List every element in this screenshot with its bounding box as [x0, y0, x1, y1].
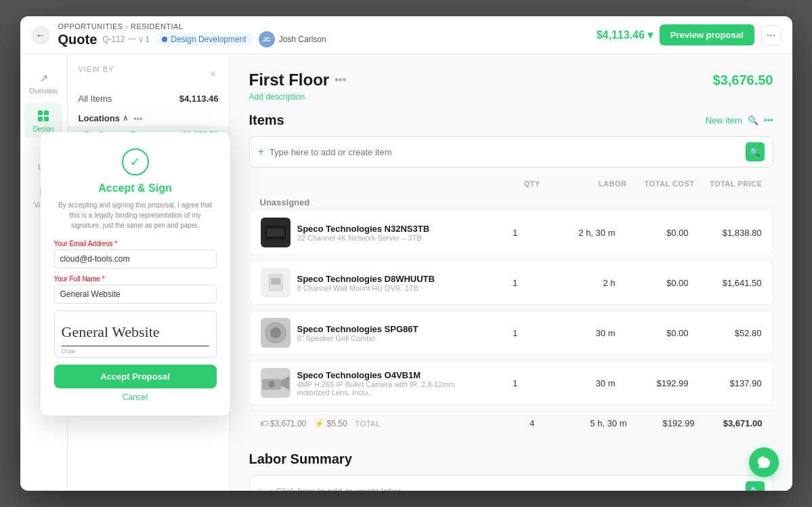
collapse-button[interactable]: « — [211, 68, 216, 79]
email-field-group: Your Email Address * — [54, 240, 217, 268]
more-options-button[interactable]: ··· — [761, 25, 782, 45]
breadcrumb: OPPORTUNITIES › RESIDENTIAL — [58, 22, 326, 31]
add-item-icon: + — [258, 146, 264, 158]
table-header: QTY LABOR TOTAL COST TOTAL PRICE — [249, 176, 773, 192]
svg-rect-7 — [271, 278, 280, 285]
locations-chevron: ∧ — [123, 114, 128, 123]
check-icon: ✓ — [122, 148, 149, 176]
table-row[interactable]: Speco Technologies D8WHUUTB 8 Channel Wa… — [249, 260, 773, 305]
sidebar-item-overview[interactable]: ↗ Overview — [24, 65, 62, 100]
table-row[interactable]: Speco Technologies O4VB1M 4MP H.265 IP B… — [249, 361, 773, 405]
item-price: $52.80 — [694, 328, 762, 338]
item-cost: $0.00 — [621, 278, 689, 288]
item-cost: $0.00 — [621, 328, 689, 338]
labor-search-button[interactable]: 🔍 — [746, 481, 765, 491]
add-labor-icon: + — [258, 486, 263, 491]
signature-text: General Website — [62, 323, 160, 341]
item-name: Speco Technologies D8WHUUTB — [297, 274, 435, 284]
items-label: Items — [249, 113, 284, 128]
item-info: Speco Technologies SPG86T 8" Speaker Gri… — [261, 318, 483, 348]
top-bar-right: $4,113.46 ▾ Preview proposal ··· — [597, 24, 782, 45]
locations-header: Locations ∧ ••• — [68, 108, 230, 126]
locations-more-icon[interactable]: ••• — [133, 113, 143, 123]
view-by-label: VIEW BY — [79, 65, 114, 73]
svg-rect-3 — [44, 117, 49, 121]
labor-section: Labor Summary + + Click here to add or c… — [249, 451, 773, 491]
name-label: Your Full Name * — [54, 275, 217, 283]
new-item-button[interactable]: New item — [706, 115, 742, 125]
name-input[interactable] — [54, 285, 217, 304]
item-sub: 4MP H.265 IP Bullet Camera with IR, 2.8-… — [297, 380, 483, 397]
status-badge: Design Development — [155, 33, 253, 46]
svg-rect-1 — [44, 110, 49, 115]
item-price: $1,838.80 — [694, 228, 762, 238]
table-row[interactable]: Speco Technologies SPG86T 8" Speaker Gri… — [249, 310, 773, 355]
col-qty: QTY — [505, 180, 559, 188]
table-row[interactable]: Speco Technologies N32NS3TB 32 Channel 4… — [249, 210, 773, 255]
email-input[interactable] — [54, 249, 217, 268]
preview-proposal-button[interactable]: Preview proposal — [660, 24, 754, 45]
cancel-link[interactable]: Cancel — [54, 392, 217, 402]
item-qty: 1 — [488, 378, 542, 388]
top-bar: ← OPPORTUNITIES › RESIDENTIAL Quote Q-11… — [20, 16, 792, 54]
labor-add-bar[interactable]: + + Click here to add or create labor 🔍 — [249, 475, 773, 491]
all-items-row[interactable]: All Items $4,113.46 — [68, 89, 230, 108]
item-labor: 2 h — [548, 278, 616, 288]
svg-point-9 — [270, 327, 281, 338]
svg-marker-12 — [281, 376, 289, 390]
item-name: Speco Technologies N32NS3TB — [297, 224, 430, 234]
add-description-button[interactable]: Add description — [249, 92, 773, 102]
modal-description: By accepting and signing this proposal, … — [54, 200, 217, 230]
item-info: Speco Technologies D8WHUUTB 8 Channel Wa… — [261, 268, 483, 298]
item-qty: 1 — [488, 278, 542, 288]
item-qty: 1 — [488, 228, 542, 238]
search-input[interactable] — [270, 147, 740, 157]
total-labor: 5 h, 30 m — [559, 418, 627, 428]
content-area: First Floor ••• $3,676.50 Add descriptio… — [230, 54, 792, 491]
svg-rect-2 — [38, 117, 43, 121]
items-more-icon[interactable]: ••• — [764, 115, 773, 125]
item-labor: 30 m — [548, 378, 616, 388]
item-name: Speco Technologies SPG86T — [297, 324, 419, 334]
status-dot — [162, 37, 167, 42]
col-total-price: TOTAL PRICE — [695, 180, 763, 188]
design-icon — [36, 108, 51, 123]
signature-underline — [62, 346, 209, 346]
col-item — [260, 180, 505, 188]
accept-sign-modal: ✓ Accept & Sign By accepting and signing… — [41, 132, 230, 415]
labor-title: Labor Summary — [249, 451, 773, 467]
cost-summary: 🏷 $3,671.00 — [260, 419, 307, 428]
item-info: Speco Technologies N32NS3TB 32 Channel 4… — [261, 218, 483, 247]
items-actions: New item 🔍 ••• — [706, 115, 773, 125]
item-thumbnail — [261, 368, 291, 398]
item-cost: $192.99 — [621, 378, 689, 388]
chat-bubble-button[interactable] — [749, 447, 779, 477]
total-price-button[interactable]: $4,113.46 ▾ — [597, 28, 653, 41]
accept-proposal-button[interactable]: Accept Proposal — [54, 365, 217, 388]
signature-area[interactable]: General Website Draw — [54, 310, 217, 358]
name-field-group: Your Full Name * — [54, 275, 217, 304]
back-button[interactable]: ← — [31, 26, 50, 45]
modal-title: Accept & Sign — [54, 182, 217, 195]
item-labor: 2 h, 30 m — [548, 228, 616, 238]
section-title-row: First Floor ••• $3,676.50 — [249, 70, 773, 89]
email-label: Your Email Address * — [54, 240, 217, 247]
item-price: $1,641.50 — [694, 278, 762, 288]
item-labor: 30 m — [548, 328, 616, 338]
section-price: $3,676.50 — [713, 73, 773, 88]
user-badge: JC Josh Carlson — [259, 31, 326, 47]
item-price: $137.90 — [694, 378, 762, 388]
search-submit-button[interactable]: 🔍 — [746, 142, 765, 161]
total-qty: 4 — [505, 418, 559, 428]
items-search-icon[interactable]: 🔍 — [748, 115, 758, 125]
avatar: JC — [259, 31, 275, 47]
item-thumbnail — [261, 268, 291, 298]
total-price: $3,671.00 — [695, 418, 763, 428]
totals-left: 🏷 $3,671.00 ⚡ $5.50 TOTAL — [260, 419, 505, 428]
item-info: Speco Technologies O4VB1M 4MP H.265 IP B… — [261, 368, 483, 398]
labor-placeholder: + Click here to add or create labor — [268, 486, 401, 491]
section-dots[interactable]: ••• — [335, 74, 346, 86]
col-total-cost: TOTAL COST — [627, 180, 695, 188]
col-labor: LABOR — [559, 180, 627, 188]
item-sub: 8 Channel Wall Mount HU DVR, 1TB — [297, 284, 435, 292]
